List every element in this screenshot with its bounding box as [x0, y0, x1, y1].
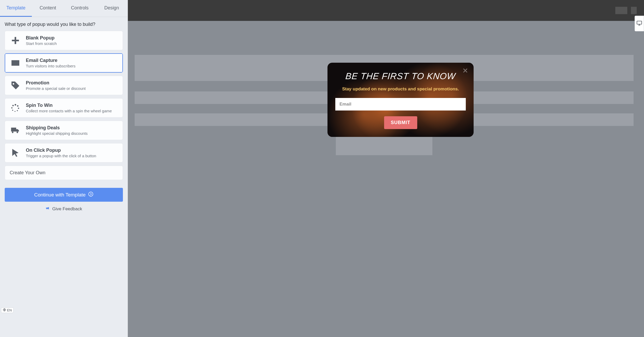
- tab-template[interactable]: Template: [0, 0, 32, 17]
- continue-button[interactable]: Continue with Template: [5, 188, 123, 202]
- option-desc: Promote a special sale or discount: [26, 86, 86, 91]
- prompt-text: What type of popup would you like to bui…: [0, 17, 128, 31]
- svg-point-4: [15, 111, 16, 112]
- option-title: Shipping Deals: [26, 125, 88, 131]
- popup-submit-button[interactable]: SUBMIT: [384, 116, 417, 129]
- continue-label: Continue with Template: [34, 192, 86, 198]
- popup-email-input[interactable]: [335, 98, 466, 111]
- svg-rect-10: [637, 21, 642, 24]
- tabs: Template Content Controls Design: [0, 0, 128, 17]
- option-email-capture[interactable]: Email Capture Turn visitors into subscri…: [5, 53, 123, 73]
- option-title: Spin To Win: [26, 103, 112, 108]
- sidebar: Template Content Controls Design What ty…: [0, 0, 128, 337]
- cursor-icon: [10, 148, 21, 158]
- option-desc: Highlight special shipping discounts: [26, 131, 88, 136]
- svg-point-2: [18, 108, 19, 109]
- option-desc: Collect more contacts with a spin the wh…: [26, 109, 112, 113]
- svg-point-0: [15, 104, 16, 106]
- header-placeholder: [615, 7, 627, 14]
- preview-header: [128, 0, 644, 21]
- option-promotion[interactable]: Promotion Promote a special sale or disc…: [5, 76, 123, 95]
- option-desc: Start from scratch: [26, 41, 57, 46]
- option-blank-popup[interactable]: Blank Popup Start from scratch: [5, 31, 123, 50]
- svg-point-1: [17, 105, 18, 107]
- globe-icon: [3, 308, 6, 312]
- megaphone-icon: [45, 206, 50, 212]
- svg-point-9: [89, 192, 93, 196]
- tag-icon: [10, 80, 21, 91]
- language-badge[interactable]: EN: [1, 307, 14, 313]
- plus-icon: [10, 35, 21, 46]
- skeleton-block: [336, 136, 432, 155]
- option-spin-to-win[interactable]: Spin To Win Collect more contacts with a…: [5, 98, 123, 118]
- tab-controls[interactable]: Controls: [64, 0, 96, 17]
- option-title: Promotion: [26, 80, 86, 86]
- popup-preview: BE THE FIRST TO KNOW Stay updated on new…: [327, 63, 474, 137]
- popup-subtitle: Stay updated on new products and special…: [335, 86, 466, 92]
- spinner-icon: [10, 103, 21, 113]
- svg-point-5: [12, 110, 13, 111]
- tab-content[interactable]: Content: [32, 0, 64, 17]
- feedback-label: Give Feedback: [52, 206, 82, 212]
- give-feedback[interactable]: Give Feedback: [0, 202, 128, 216]
- option-title: Blank Popup: [26, 35, 57, 41]
- popup-type-list: Blank Popup Start from scratch Email Cap…: [0, 31, 128, 162]
- option-desc: Trigger a popup with the click of a butt…: [26, 154, 96, 158]
- option-on-click-popup[interactable]: On Click Popup Trigger a popup with the …: [5, 143, 123, 162]
- option-title: Email Capture: [26, 58, 75, 63]
- option-desc: Turn visitors into subscribers: [26, 64, 75, 68]
- arrow-right-icon: [88, 191, 93, 198]
- preview-area: BE THE FIRST TO KNOW Stay updated on new…: [128, 0, 644, 337]
- language-label: EN: [7, 308, 12, 312]
- svg-point-7: [12, 105, 14, 106]
- device-toggle[interactable]: [635, 16, 644, 31]
- option-title: On Click Popup: [26, 148, 96, 153]
- svg-point-6: [11, 107, 13, 109]
- create-your-own[interactable]: Create Your Own: [5, 166, 123, 180]
- popup-title: BE THE FIRST TO KNOW: [335, 71, 466, 81]
- envelope-icon: [10, 58, 21, 68]
- svg-point-3: [17, 110, 18, 111]
- truck-icon: [10, 125, 21, 136]
- monitor-icon: [636, 20, 642, 27]
- header-placeholder: [631, 7, 637, 14]
- option-shipping-deals[interactable]: Shipping Deals Highlight special shippin…: [5, 121, 123, 140]
- tab-design[interactable]: Design: [96, 0, 128, 17]
